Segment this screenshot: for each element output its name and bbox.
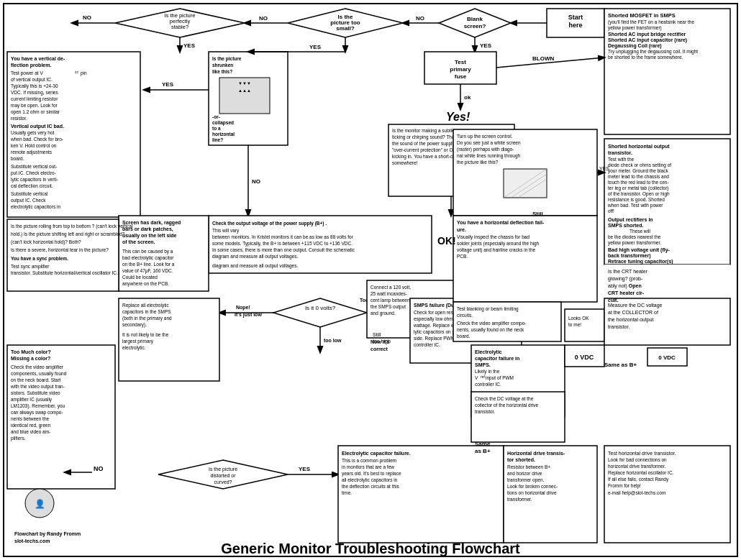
- svg-text:Same: Same: [475, 441, 491, 447]
- svg-text:current limiting resistor: current limiting resistor: [11, 96, 58, 102]
- svg-text:Replace horizontal oscillator : Replace horizontal oscillator IC.: [608, 470, 674, 476]
- svg-text:some models. Typically, the B+: some models. Typically, the B+ is betwee…: [212, 241, 353, 247]
- svg-text:somewhere!: somewhere!: [392, 160, 418, 165]
- svg-text:curved?: curved?: [214, 479, 232, 485]
- svg-text:Test horizontal drive transist: Test horizontal drive transistor.: [608, 451, 676, 456]
- svg-text:back transformer): back transformer): [608, 253, 651, 259]
- svg-text:Horizontal drive transis-: Horizontal drive transis-: [507, 451, 565, 456]
- svg-text:Likely in the: Likely in the: [475, 369, 500, 375]
- svg-text:SMPS shorted.: SMPS shorted.: [608, 223, 643, 228]
- svg-text:touch the red lead to the cen-: touch the red lead to the cen-: [608, 180, 669, 185]
- svg-text:You have a vertical de-: You have a vertical de-: [11, 56, 65, 61]
- svg-text:Shorted horizontal output: Shorted horizontal output: [608, 144, 670, 150]
- svg-text:distorted or: distorted or: [210, 473, 236, 478]
- svg-text:transformer open.: transformer open.: [507, 477, 544, 483]
- svg-text:Is the CRT heater: Is the CRT heater: [608, 269, 648, 274]
- svg-text:the picture like this?: the picture like this?: [457, 160, 499, 165]
- svg-text:all electrolytic capacitors in: all electrolytic capacitors in: [342, 477, 398, 483]
- svg-text:ken V. Hold control on: ken V. Hold control on: [11, 143, 57, 148]
- svg-text:Turn up the screen control.: Turn up the screen control.: [457, 134, 513, 139]
- svg-text:e-mail help@slot-techs.com: e-mail help@slot-techs.com: [608, 490, 665, 496]
- svg-text:cc: cc: [75, 70, 79, 74]
- svg-text:This can be caused by a: This can be caused by a: [122, 249, 173, 254]
- svg-text:transformer.: transformer.: [507, 497, 532, 502]
- svg-text:ter leg or metal tab (collecto: ter leg or metal tab (collector): [608, 185, 669, 191]
- svg-text:may be open. Look for: may be open. Look for: [11, 103, 58, 109]
- svg-text:and horizor drive: and horizor drive: [507, 471, 542, 476]
- svg-text:be shorted to the frame somewh: be shorted to the frame somewhere.: [608, 55, 683, 60]
- svg-text:Electrolytic: Electrolytic: [475, 349, 502, 355]
- svg-text:off!: off!: [608, 208, 614, 214]
- svg-text:NO: NO: [416, 15, 424, 22]
- svg-text:(raster) perhaps with diago-: (raster) perhaps with diago-: [457, 147, 514, 152]
- svg-text:Is the picture rolling from to: Is the picture rolling from top to botto…: [11, 224, 133, 229]
- svg-text:flection problem.: flection problem.: [11, 63, 51, 68]
- svg-text:collector of the horizontal dr: collector of the horizontal drive: [475, 403, 539, 408]
- svg-text:yellow power transformer): yellow power transformer): [608, 25, 662, 31]
- svg-text:years old. It's best to replac: years old. It's best to replace: [342, 471, 401, 477]
- svg-text:Looks OK: Looks OK: [568, 316, 589, 321]
- svg-text:Blank: Blank: [467, 16, 483, 22]
- svg-text:line?: line?: [212, 137, 223, 142]
- svg-text:Is it 0 volts?: Is it 0 volts?: [305, 305, 336, 311]
- svg-text:between monitors. In Kristel m: between monitors. In Kristel monitors it…: [212, 234, 354, 239]
- svg-text:output IC. Check: output IC. Check: [11, 198, 46, 203]
- svg-text:Look for broken connec-: Look for broken connec-: [507, 484, 558, 489]
- svg-text:Check the video amplifier: Check the video amplifier: [11, 364, 64, 370]
- svg-text:Shorted AC input bridge rectif: Shorted AC input bridge rectifier: [608, 32, 686, 37]
- svg-text:Still: Still: [373, 332, 381, 337]
- svg-text:of the transistor. Open or hig: of the transistor. Open or high: [608, 191, 670, 197]
- svg-text:V: V: [475, 375, 478, 380]
- svg-text:It is not likely to be the: It is not likely to be the: [122, 332, 169, 338]
- svg-text:Could be located: Could be located: [122, 275, 158, 280]
- svg-text:stable?: stable?: [171, 24, 188, 30]
- svg-text:Shorted AC input capacitor (ra: Shorted AC input capacitor (rare): [608, 37, 687, 43]
- svg-text:resistor.: resistor.: [11, 116, 27, 121]
- svg-text:resistance is good. Shorted: resistance is good. Shorted: [608, 197, 665, 203]
- svg-text:the deflection circuits at thi: the deflection circuits at this: [342, 484, 400, 489]
- svg-text:as B+: as B+: [475, 448, 491, 454]
- svg-text:remote adjustments: remote adjustments: [11, 150, 53, 155]
- svg-text:ok: ok: [464, 94, 471, 101]
- svg-text:of the screen.: of the screen.: [122, 239, 155, 244]
- svg-text:NO: NO: [252, 178, 260, 185]
- svg-text:screen?: screen?: [464, 23, 486, 29]
- svg-text:controller IC.: controller IC.: [414, 342, 440, 347]
- svg-text:nents, usually found on the ne: nents, usually found on the neck: [457, 327, 524, 333]
- svg-rect-190: [7, 219, 119, 291]
- svg-text:with the video output tran-: with the video output tran-: [10, 384, 65, 390]
- svg-text:primary: primary: [450, 66, 471, 73]
- svg-text:Fromm for help!: Fromm for help!: [608, 483, 641, 489]
- svg-text:Missing a color?: Missing a color?: [11, 356, 50, 362]
- svg-text:value of 47μF, 160 VDC.: value of 47μF, 160 VDC.: [122, 268, 173, 274]
- svg-text:capacitors in the SMPS: capacitors in the SMPS: [122, 309, 171, 315]
- svg-text:Retrace tuning capacitor(s): Retrace tuning capacitor(s): [608, 259, 673, 265]
- svg-text:Is the monitor making a subtle: Is the monitor making a subtle: [392, 128, 455, 134]
- svg-text:You have a horizontal deflecti: You have a horizontal deflection fail-: [457, 220, 545, 225]
- svg-text:secondary).: secondary).: [122, 322, 147, 328]
- svg-text:on the neck board. Start: on the neck board. Start: [11, 377, 61, 382]
- svg-text:transistor.: transistor.: [475, 409, 495, 414]
- svg-text:pin: pin: [81, 70, 87, 76]
- svg-text:Generic Monitor Troubleshootin: Generic Monitor Troubleshooting Flowchar…: [221, 541, 520, 556]
- svg-text:identical red, green: identical red, green: [11, 423, 51, 428]
- svg-text:👤: 👤: [35, 498, 45, 509]
- page-container: Start here Blank screen? YES NO Is the p…: [0, 0, 741, 560]
- svg-text:Test sync amplifier: Test sync amplifier: [11, 264, 50, 270]
- svg-text:transistor.: transistor.: [608, 150, 632, 155]
- svg-text:YES: YES: [299, 466, 311, 472]
- svg-text:Try unplugging the degaussing : Try unplugging the degaussing coil. It m…: [608, 49, 698, 55]
- svg-text:input of PWM: input of PWM: [486, 375, 514, 381]
- svg-text:ure.: ure.: [457, 227, 466, 232]
- svg-text:YES: YES: [162, 81, 174, 88]
- svg-text:your meter. Ground the black: your meter. Ground the black: [608, 168, 669, 174]
- svg-text:LM1203). Remember, you: LM1203). Remember, you: [11, 403, 65, 409]
- svg-text:Connect a 120 volt,: Connect a 120 volt,: [370, 285, 411, 290]
- svg-text:largest primary: largest primary: [122, 339, 154, 344]
- svg-text:Check the output voltage of th: Check the output voltage of the power su…: [212, 221, 327, 226]
- svg-text:horizontal: horizontal: [212, 132, 235, 137]
- svg-text:CRT heater cir-: CRT heater cir-: [608, 290, 645, 295]
- svg-text:put IC. Check electro-: put IC. Check electro-: [11, 170, 56, 176]
- svg-text:Test with the: Test with the: [608, 157, 635, 162]
- svg-text:bad electrolytic capacitor: bad electrolytic capacitor: [122, 255, 174, 261]
